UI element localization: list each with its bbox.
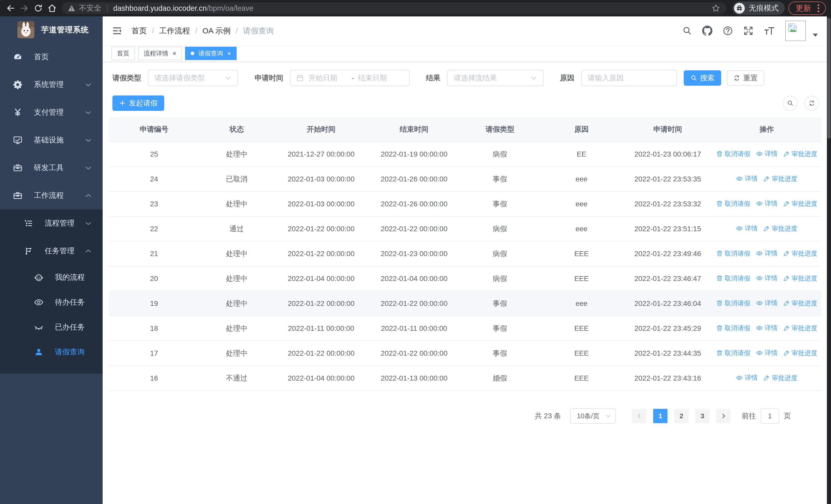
detail-link[interactable]: 详情	[756, 324, 778, 332]
yen-icon	[12, 108, 24, 117]
page-size-value: 10条/页	[577, 412, 600, 421]
cell-applied: 2022-01-22 23:46:04	[623, 291, 712, 316]
cancel-leave-link[interactable]: 取消请假	[716, 199, 750, 208]
cell-id: 19	[109, 291, 199, 316]
approval-progress-link[interactable]: 审批进度	[783, 199, 818, 208]
detail-link[interactable]: 详情	[756, 274, 778, 282]
sidebar-item-4[interactable]: 研发工具	[0, 154, 103, 182]
result-select[interactable]: 请选择流结果	[447, 70, 544, 86]
approval-progress-link[interactable]: 审批进度	[763, 175, 797, 183]
url-host: dashboard.yudao.iocoder.cn	[113, 4, 207, 12]
refresh-table-button[interactable]	[804, 96, 819, 111]
detail-link[interactable]: 详情	[736, 224, 757, 233]
leave-type-select[interactable]: 请选择请假类型	[148, 70, 238, 86]
cancel-leave-link[interactable]: 取消请假	[716, 299, 750, 307]
action-label: 审批进度	[792, 349, 818, 357]
scrollbar-thumb[interactable]	[827, 18, 830, 139]
browser-update-button[interactable]: 更新	[789, 2, 826, 15]
sidebar-item-9[interactable]: 待办任务	[0, 290, 103, 315]
address-bar[interactable]: 不安全 dashboard.yudao.iocoder.cn /bpm/oa/l…	[62, 2, 726, 14]
browser-home-button[interactable]	[45, 1, 59, 15]
chevron-down-icon[interactable]	[812, 33, 818, 37]
cell-applied: 2022-01-22 23:53:32	[623, 191, 712, 216]
detail-link[interactable]: 详情	[756, 199, 778, 208]
font-size-icon[interactable]	[764, 26, 775, 36]
approval-progress-link[interactable]: 审批进度	[763, 224, 797, 233]
window-scrollbar[interactable]	[827, 17, 831, 504]
page-button-1[interactable]: 1	[653, 409, 667, 423]
approval-progress-link[interactable]: 审批进度	[783, 324, 818, 332]
tab-leave-query[interactable]: 请假查询 ×	[185, 47, 237, 60]
tab-close-icon[interactable]: ×	[172, 50, 176, 57]
action-label: 审批进度	[792, 299, 818, 307]
toggle-search-button[interactable]	[783, 96, 798, 111]
help-icon[interactable]	[723, 26, 733, 36]
sidebar-item-label: 待办任务	[55, 297, 85, 307]
detail-link[interactable]: 详情	[736, 174, 757, 183]
top-navbar: 首页 / 工作流程 / OA 示例 / 请假查询	[103, 17, 827, 45]
cancel-leave-link[interactable]: 取消请假	[716, 249, 750, 258]
prev-page-button[interactable]	[632, 409, 647, 423]
reason-input[interactable]: 请输入原因	[581, 70, 677, 86]
approval-progress-link[interactable]: 审批进度	[763, 374, 797, 382]
detail-link[interactable]: 详情	[736, 374, 757, 382]
fullscreen-icon[interactable]	[743, 26, 753, 36]
tab-close-icon[interactable]: ×	[227, 50, 231, 57]
approval-progress-link[interactable]: 审批进度	[783, 150, 818, 158]
approval-progress-link[interactable]: 审批进度	[783, 274, 818, 283]
tab-home[interactable]: 首页	[111, 47, 135, 60]
search-button[interactable]: 搜索	[684, 70, 721, 86]
sidebar-item-2[interactable]: 支付管理	[0, 98, 103, 126]
security-status[interactable]: 不安全	[68, 3, 102, 13]
sidebar-item-8[interactable]: 我的流程	[0, 265, 103, 290]
sidebar-item-0[interactable]: 首页	[0, 43, 103, 71]
approval-progress-link[interactable]: 审批进度	[783, 249, 818, 258]
breadcrumb-oa-example[interactable]: OA 示例	[202, 26, 231, 36]
page-button-2[interactable]: 2	[674, 409, 689, 423]
approval-progress-link[interactable]: 审批进度	[783, 349, 818, 357]
breadcrumb-home[interactable]: 首页	[132, 26, 147, 36]
browser-menu-icon[interactable]	[816, 4, 820, 12]
cell-actions: 取消请假详情审批进度	[712, 142, 821, 167]
table-row: 17处理中2022-01-22 00:00:002022-01-22 00:00…	[109, 341, 821, 366]
cell-end: 2022-01-23 00:00:00	[368, 241, 460, 266]
cell-actions: 取消请假详情审批进度	[712, 266, 821, 291]
app-logo-row[interactable]: 芋道管理系统	[0, 17, 103, 43]
github-icon[interactable]	[702, 26, 712, 36]
detail-link[interactable]: 详情	[756, 249, 778, 257]
cancel-leave-link[interactable]: 取消请假	[716, 324, 750, 332]
sidebar-item-7[interactable]: 任务管理	[0, 237, 103, 265]
breadcrumb-workflow[interactable]: 工作流程	[159, 26, 190, 36]
browser-refresh-button[interactable]	[31, 1, 45, 15]
reset-button[interactable]: 重置	[727, 70, 764, 86]
cancel-leave-link[interactable]: 取消请假	[716, 274, 750, 283]
tab-process-detail[interactable]: 流程详情 ×	[138, 47, 182, 60]
approval-progress-link[interactable]: 审批进度	[783, 299, 818, 307]
page-size-select[interactable]: 10条/页	[570, 408, 616, 424]
sidebar-item-3[interactable]: 基础设施	[0, 126, 103, 154]
detail-link[interactable]: 详情	[756, 149, 778, 158]
bookmark-star-button[interactable]	[711, 4, 720, 12]
sidebar-collapse-icon[interactable]	[112, 26, 122, 36]
sidebar-item-10[interactable]: 已办任务	[0, 315, 103, 339]
user-avatar[interactable]	[785, 21, 806, 41]
next-page-button[interactable]	[716, 409, 730, 423]
sidebar-item-5[interactable]: 工作流程	[0, 182, 103, 209]
page-button-3[interactable]: 3	[695, 409, 710, 423]
search-icon[interactable]	[682, 26, 692, 36]
sidebar-item-6[interactable]: 流程管理	[0, 209, 103, 237]
cancel-leave-link[interactable]: 取消请假	[716, 349, 750, 357]
dashboard-icon	[12, 52, 24, 62]
detail-link[interactable]: 详情	[756, 349, 778, 357]
browser-back-button[interactable]	[4, 1, 18, 15]
create-leave-button[interactable]: 发起请假	[112, 95, 164, 111]
goto-page-input[interactable]: 1	[761, 408, 779, 424]
sidebar-item-11[interactable]: 请假查询	[0, 339, 103, 364]
apply-time-range-picker[interactable]: 开始日期 - 结束日期	[290, 70, 409, 86]
action-label: 审批进度	[792, 274, 818, 283]
cancel-leave-link[interactable]: 取消请假	[716, 150, 750, 158]
sidebar-item-1[interactable]: 系统管理	[0, 71, 103, 98]
warning-icon	[68, 4, 76, 12]
detail-link[interactable]: 详情	[756, 299, 778, 307]
browser-forward-button[interactable]	[18, 1, 31, 15]
